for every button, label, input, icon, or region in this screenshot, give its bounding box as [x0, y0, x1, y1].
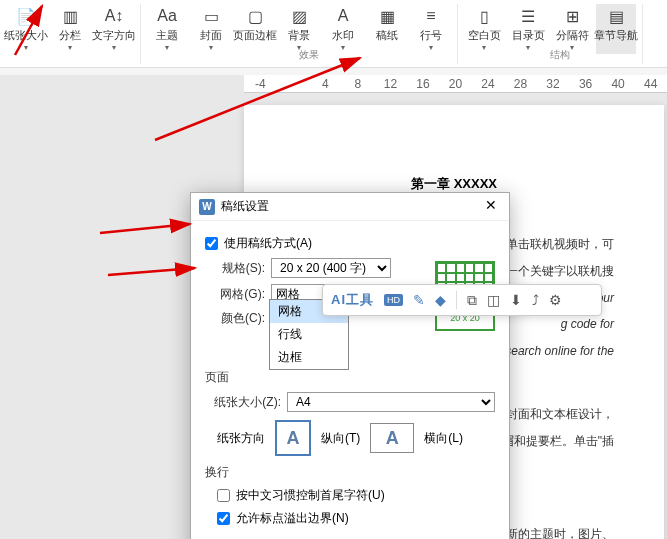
linenum-icon: ≡	[421, 6, 441, 26]
ribbon-paper-size[interactable]: 📄纸张大小▾	[6, 4, 46, 54]
dialog-title: 稿纸设置	[221, 198, 481, 215]
ribbon-writing-paper[interactable]: ▦稿纸	[367, 4, 407, 54]
grid-option-line[interactable]: 行线	[270, 323, 348, 346]
dialog-titlebar[interactable]: W 稿纸设置 ✕	[191, 193, 509, 221]
paper-grid-icon: ▦	[377, 6, 397, 26]
writing-paper-dialog: W 稿纸设置 ✕ 使用稿纸方式(A) 规格(S): 20 x 20 (400 字…	[190, 192, 510, 539]
ribbon-line-number[interactable]: ≡行号▾	[411, 4, 451, 54]
crop-icon[interactable]: ◫	[487, 292, 500, 308]
share-icon[interactable]: ⤴	[532, 292, 539, 308]
toc-icon: ☰	[518, 6, 538, 26]
ribbon-toolbar: 📄纸张大小▾ ▥分栏▾ A↕文字方向▾ Aa主题▾ ▭封面▾ ▢页面边框 ▨背景…	[0, 0, 667, 68]
image-icon[interactable]: ⧉	[467, 292, 477, 309]
border-icon: ▢	[245, 6, 265, 26]
app-icon: W	[199, 199, 215, 215]
group-label-struct: 结构	[550, 48, 570, 62]
ribbon-columns[interactable]: ▥分栏▾	[50, 4, 90, 54]
nav-icon: ▤	[606, 6, 626, 26]
ribbon-blank-page[interactable]: ▯空白页▾	[464, 4, 504, 54]
paper-icon: 📄	[16, 6, 36, 26]
orient-portrait[interactable]: A	[275, 420, 311, 456]
orient-landscape[interactable]: A	[370, 423, 414, 453]
blank-icon: ▯	[474, 6, 494, 26]
papersize-label: 纸张大小(Z):	[205, 394, 281, 411]
ribbon-page-border[interactable]: ▢页面边框	[235, 4, 275, 54]
spec-label: 规格(S):	[205, 260, 265, 277]
theme-icon: Aa	[157, 6, 177, 26]
page-title: 第一章 XXXXX	[294, 175, 614, 193]
hd-badge[interactable]: HD	[384, 294, 403, 306]
use-grid-checkbox[interactable]	[205, 237, 218, 250]
floating-toolbar[interactable]: AI工具 HD ✎ ◆ ⧉ ◫ ⬇ ⤴ ⚙	[322, 284, 602, 316]
ribbon-separator[interactable]: ⊞分隔符▾	[552, 4, 592, 54]
textdir-icon: A↕	[104, 6, 124, 26]
ai-tools-label[interactable]: AI工具	[331, 291, 374, 309]
ribbon-watermark[interactable]: A水印▾	[323, 4, 363, 54]
ribbon-toc[interactable]: ☰目录页▾	[508, 4, 548, 54]
ribbon-text-direction[interactable]: A↕文字方向▾	[94, 4, 134, 54]
download-icon[interactable]: ⬇	[510, 292, 522, 308]
eraser-icon[interactable]: ◆	[435, 292, 446, 308]
spec-select[interactable]: 20 x 20 (400 字)	[271, 258, 391, 278]
ribbon-background[interactable]: ▨背景▾	[279, 4, 319, 54]
pencil-icon[interactable]: ✎	[413, 292, 425, 308]
ribbon-cover[interactable]: ▭封面▾	[191, 4, 231, 54]
close-icon[interactable]: ✕	[481, 197, 501, 217]
wrap-chk1[interactable]	[217, 489, 230, 502]
grid-label: 网格(G):	[205, 286, 265, 303]
cover-icon: ▭	[201, 6, 221, 26]
wrap-chk2[interactable]	[217, 512, 230, 525]
sep-icon: ⊞	[562, 6, 582, 26]
ribbon-theme[interactable]: Aa主题▾	[147, 4, 187, 54]
watermark-icon: A	[333, 6, 353, 26]
grid-option-border[interactable]: 边框	[270, 346, 348, 369]
color-label: 颜色(C):	[205, 310, 265, 327]
use-grid-label: 使用稿纸方式(A)	[224, 235, 312, 252]
group-label-effect: 效果	[299, 48, 319, 62]
settings-icon[interactable]: ⚙	[549, 292, 562, 308]
wrap-section-label: 换行	[205, 464, 495, 481]
horizontal-ruler[interactable]: -4 4 8 12 16 20 24 28 32 36 40 44	[244, 75, 667, 93]
columns-icon: ▥	[60, 6, 80, 26]
orient-label: 纸张方向	[217, 430, 265, 447]
ribbon-chapter-nav[interactable]: ▤章节导航	[596, 4, 636, 54]
papersize-select[interactable]: A4	[287, 392, 495, 412]
bg-icon: ▨	[289, 6, 309, 26]
page-section-label: 页面	[205, 369, 495, 386]
